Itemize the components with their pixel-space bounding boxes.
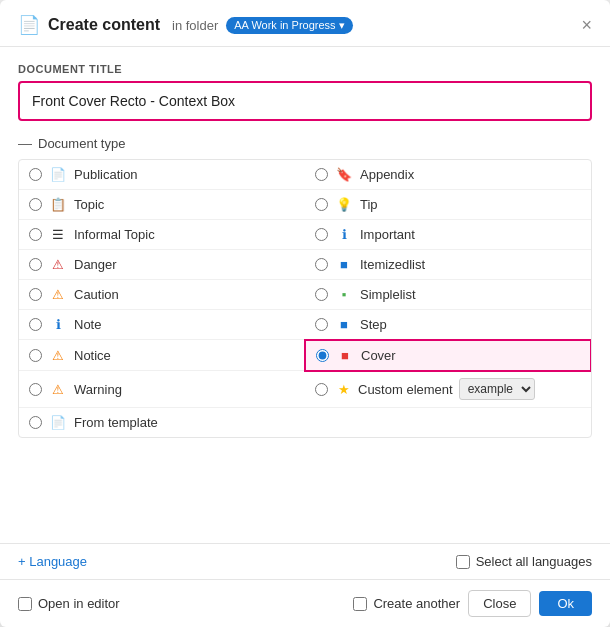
open-in-editor[interactable]: Open in editor	[18, 596, 120, 611]
radio-step[interactable]	[315, 318, 328, 331]
custom-element-select[interactable]: example sidebar abstract	[459, 378, 535, 400]
create-another-label: Create another	[373, 596, 460, 611]
select-all-checkbox[interactable]	[456, 555, 470, 569]
custom-element-label: Custom element	[358, 382, 453, 397]
doc-type-itemizedlist[interactable]: ■ Itemizedlist	[305, 250, 591, 280]
radio-warning[interactable]	[29, 383, 42, 396]
chevron-down-icon: ▾	[339, 19, 345, 32]
caution-icon: ⚠	[50, 287, 66, 302]
document-icon: 📄	[18, 14, 40, 36]
radio-publication[interactable]	[29, 168, 42, 181]
create-another[interactable]: Create another	[353, 596, 460, 611]
topic-label: Topic	[74, 197, 104, 212]
radio-custom-element[interactable]	[315, 383, 328, 396]
dialog-footer: Open in editor Create another Close Ok	[0, 579, 610, 627]
document-title-label: DOCUMENT TITLE	[18, 63, 592, 75]
radio-simplelist[interactable]	[315, 288, 328, 301]
cover-label: Cover	[361, 348, 396, 363]
dialog-body: DOCUMENT TITLE — Document type 📄 Publica…	[0, 47, 610, 543]
doc-type-simplelist[interactable]: ▪ Simplelist	[305, 280, 591, 310]
simplelist-icon: ▪	[336, 287, 352, 302]
notice-icon: ⚠	[50, 348, 66, 363]
step-icon: ■	[336, 317, 352, 332]
warning-icon: ⚠	[50, 382, 66, 397]
folder-name: AA Work in Progress	[234, 19, 335, 31]
appendix-icon: 🔖	[336, 167, 352, 182]
create-another-checkbox[interactable]	[353, 597, 367, 611]
important-label: Important	[360, 227, 415, 242]
doc-type-cover[interactable]: ■ Cover	[304, 339, 592, 372]
tip-icon: 💡	[336, 197, 352, 212]
radio-from-template[interactable]	[29, 416, 42, 429]
radio-note[interactable]	[29, 318, 42, 331]
section-label: Document type	[38, 136, 125, 151]
doc-type-important[interactable]: ℹ Important	[305, 220, 591, 250]
notice-label: Notice	[74, 348, 111, 363]
radio-tip[interactable]	[315, 198, 328, 211]
doc-type-tip[interactable]: 💡 Tip	[305, 190, 591, 220]
radio-informal-topic[interactable]	[29, 228, 42, 241]
document-type-grid: 📄 Publication 🔖 Appendix 📋 Topic 💡 Tip	[18, 159, 592, 438]
add-language-label: + Language	[18, 554, 87, 569]
itemizedlist-label: Itemizedlist	[360, 257, 425, 272]
cover-icon: ■	[337, 348, 353, 363]
document-title-input[interactable]	[18, 81, 592, 121]
doc-type-topic[interactable]: 📋 Topic	[19, 190, 305, 220]
danger-label: Danger	[74, 257, 117, 272]
header-left: 📄 Create content in folder AA Work in Pr…	[18, 14, 353, 36]
tip-label: Tip	[360, 197, 378, 212]
add-language-button[interactable]: + Language	[18, 554, 87, 569]
custom-element-row: ★ Custom element example sidebar abstrac…	[336, 378, 535, 400]
open-in-editor-label: Open in editor	[38, 596, 120, 611]
doc-type-publication[interactable]: 📄 Publication	[19, 160, 305, 190]
note-icon: ℹ	[50, 317, 66, 332]
footer-right: Create another Close Ok	[353, 590, 592, 617]
appendix-label: Appendix	[360, 167, 414, 182]
radio-danger[interactable]	[29, 258, 42, 271]
publication-icon: 📄	[50, 167, 66, 182]
doc-type-step[interactable]: ■ Step	[305, 310, 591, 340]
informal-topic-icon: ☰	[50, 227, 66, 242]
doc-type-warning[interactable]: ⚠ Warning	[19, 371, 305, 408]
close-button[interactable]: Close	[468, 590, 531, 617]
note-label: Note	[74, 317, 101, 332]
doc-type-from-template[interactable]: 📄 From template	[19, 408, 305, 437]
publication-label: Publication	[74, 167, 138, 182]
simplelist-label: Simplelist	[360, 287, 416, 302]
dialog-header: 📄 Create content in folder AA Work in Pr…	[0, 0, 610, 47]
doc-type-empty-right	[305, 408, 591, 437]
create-content-dialog: 📄 Create content in folder AA Work in Pr…	[0, 0, 610, 627]
caution-label: Caution	[74, 287, 119, 302]
radio-caution[interactable]	[29, 288, 42, 301]
doc-type-appendix[interactable]: 🔖 Appendix	[305, 160, 591, 190]
from-template-label: From template	[74, 415, 158, 430]
radio-topic[interactable]	[29, 198, 42, 211]
dialog-close-button[interactable]: ×	[581, 16, 592, 34]
informal-topic-label: Informal Topic	[74, 227, 155, 242]
section-header: — Document type	[18, 135, 592, 151]
open-in-editor-checkbox[interactable]	[18, 597, 32, 611]
radio-appendix[interactable]	[315, 168, 328, 181]
in-folder-text: in folder	[172, 18, 218, 33]
collapse-icon[interactable]: —	[18, 135, 32, 151]
warning-label: Warning	[74, 382, 122, 397]
doc-type-caution[interactable]: ⚠ Caution	[19, 280, 305, 310]
radio-itemizedlist[interactable]	[315, 258, 328, 271]
important-icon: ℹ	[336, 227, 352, 242]
radio-important[interactable]	[315, 228, 328, 241]
select-all-label: Select all languages	[476, 554, 592, 569]
doc-type-note[interactable]: ℹ Note	[19, 310, 305, 340]
radio-notice[interactable]	[29, 349, 42, 362]
custom-element-icon: ★	[336, 382, 352, 397]
doc-type-informal-topic[interactable]: ☰ Informal Topic	[19, 220, 305, 250]
radio-cover[interactable]	[316, 349, 329, 362]
doc-type-danger[interactable]: ⚠ Danger	[19, 250, 305, 280]
language-section: + Language Select all languages	[0, 543, 610, 579]
itemizedlist-icon: ■	[336, 257, 352, 272]
danger-icon: ⚠	[50, 257, 66, 272]
folder-badge[interactable]: AA Work in Progress ▾	[226, 17, 352, 34]
doc-type-custom-element[interactable]: ★ Custom element example sidebar abstrac…	[305, 371, 591, 408]
select-all-languages[interactable]: Select all languages	[456, 554, 592, 569]
ok-button[interactable]: Ok	[539, 591, 592, 616]
doc-type-notice[interactable]: ⚠ Notice	[19, 340, 305, 371]
